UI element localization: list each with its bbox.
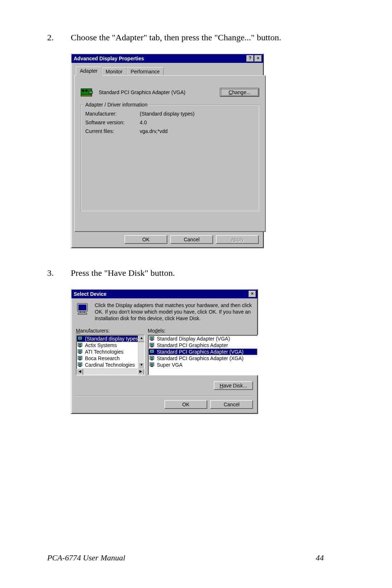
page-number: 44	[316, 553, 345, 563]
svg-rect-6	[78, 305, 86, 310]
change-button[interactable]: Change...	[220, 88, 259, 97]
software-version-value: 4.0	[140, 120, 147, 125]
svg-rect-3	[81, 95, 92, 96]
svg-rect-25	[151, 337, 153, 339]
manufacturers-label: Manufacturers:	[76, 328, 145, 334]
svg-rect-32	[151, 353, 153, 354]
manual-name: PCA-6774 User Manual	[47, 553, 316, 563]
dialog1-title: Advanced Display Properties	[74, 56, 246, 61]
display-adapter-icon	[76, 302, 90, 317]
scroll-down-button[interactable]: ▼	[138, 362, 145, 369]
groupbox-title: Adapter / Driver information	[84, 102, 149, 108]
adapter-name-text: Standard PCI Graphics Adapter (VGA)	[99, 89, 220, 95]
step-3: 3. Press the "Have Disk" button.	[47, 268, 345, 278]
cancel-button[interactable]: Cancel	[170, 235, 213, 244]
apply-button: Apply	[216, 235, 259, 244]
svg-rect-31	[151, 350, 153, 352]
device-icon	[78, 336, 83, 341]
svg-rect-11	[79, 340, 81, 341]
dialog2-title: Select Device	[74, 291, 248, 297]
model-item[interactable]: Standard PCI Graphics Adapter	[148, 342, 257, 349]
models-listbox[interactable]: Standard Display Adapter (VGA)Standard P…	[148, 335, 258, 375]
close-button[interactable]: ×	[254, 55, 262, 62]
svg-rect-2	[85, 90, 87, 92]
ok-button[interactable]: OK	[164, 400, 207, 409]
svg-rect-38	[151, 366, 153, 367]
page-footer: PCA-6774 User Manual 44	[47, 553, 345, 563]
manufacturers-listbox[interactable]: (Standard display types)Actix SystemsATI…	[76, 335, 145, 375]
svg-rect-7	[80, 311, 85, 313]
scrollbar-vertical[interactable]: ▲ ▼	[138, 335, 144, 369]
step-3-text: Press the "Have Disk" button.	[71, 268, 345, 278]
svg-rect-19	[79, 357, 81, 359]
scrollbar-horizontal[interactable]: ◀ ▶	[77, 368, 144, 375]
svg-rect-10	[79, 337, 81, 339]
manufacturer-item[interactable]: Boca Research	[77, 355, 144, 362]
svg-rect-14	[79, 346, 81, 347]
svg-rect-13	[79, 344, 81, 346]
software-version-label: Software version:	[85, 120, 140, 125]
model-item[interactable]: Standard Display Adapter (VGA)	[148, 335, 257, 342]
current-files-label: Current files:	[85, 128, 140, 134]
svg-rect-22	[79, 363, 81, 365]
scroll-right-button[interactable]: ▶	[138, 369, 144, 375]
current-files-value: vga.drv,*vdd	[140, 128, 168, 134]
separator	[76, 396, 253, 396]
manufacturer-label: Manufacturer:	[85, 111, 140, 117]
manufacturer-item[interactable]: Cardinal Technologies	[77, 362, 144, 368]
device-icon	[78, 349, 83, 354]
device-icon	[150, 362, 155, 367]
dialog2-titlebar[interactable]: Select Device ×	[72, 290, 257, 298]
manufacturer-item[interactable]: ATI Technologies	[77, 349, 144, 355]
svg-rect-37	[151, 363, 153, 365]
svg-rect-34	[151, 357, 153, 359]
step-2-number: 2.	[47, 33, 71, 43]
advanced-display-properties-dialog: Advanced Display Properties ? × Adapter …	[71, 53, 264, 248]
svg-rect-1	[82, 90, 84, 92]
svg-rect-29	[151, 346, 153, 347]
models-label: Models:	[148, 328, 258, 334]
close-button[interactable]: ×	[249, 291, 256, 297]
adapter-tabpanel: Standard PCI Graphics Adapter (VGA) Chan…	[74, 75, 265, 231]
select-device-dialog: Select Device × Click the Display adapte…	[71, 289, 258, 414]
svg-rect-16	[79, 350, 81, 352]
svg-rect-20	[79, 359, 81, 360]
scroll-up-button[interactable]: ▲	[138, 335, 145, 342]
device-icon	[150, 356, 155, 361]
dialog1-titlebar[interactable]: Advanced Display Properties ? ×	[72, 54, 263, 63]
device-icon	[150, 349, 155, 354]
cancel-button[interactable]: Cancel	[210, 400, 253, 409]
svg-rect-4	[89, 91, 93, 93]
manufacturer-value: (Standard display types)	[140, 111, 195, 117]
device-icon	[78, 356, 83, 361]
driver-info-groupbox: Adapter / Driver information Manufacture…	[81, 105, 259, 211]
model-item[interactable]: Standard PCI Graphics Adapter (VGA)	[148, 349, 257, 355]
model-item[interactable]: Standard PCI Graphics Adapter (XGA)	[148, 355, 257, 362]
svg-rect-17	[79, 353, 81, 354]
tab-adapter[interactable]: Adapter	[76, 67, 102, 76]
manufacturer-item[interactable]: Actix Systems	[77, 342, 144, 349]
svg-rect-8	[78, 313, 87, 314]
step-2: 2. Choose the "Adapter" tab, then press …	[47, 33, 345, 43]
tab-strip: Adapter Monitor Performance	[76, 67, 260, 76]
svg-rect-35	[151, 359, 153, 360]
ok-button[interactable]: OK	[124, 235, 167, 244]
help-button[interactable]: ?	[246, 55, 254, 62]
device-icon	[150, 343, 155, 348]
device-icon	[78, 343, 83, 348]
select-device-instructions: Click the Display adapters that matches …	[95, 302, 253, 322]
have-disk-button[interactable]: Have Disk...	[214, 381, 253, 390]
svg-rect-28	[151, 344, 153, 346]
step-2-text: Choose the "Adapter" tab, then press the…	[71, 33, 345, 43]
adapter-card-icon	[81, 86, 94, 98]
step-3-number: 3.	[47, 268, 71, 278]
device-icon	[150, 336, 155, 341]
manufacturer-item[interactable]: (Standard display types)	[77, 335, 144, 342]
svg-rect-23	[79, 366, 81, 367]
scroll-left-button[interactable]: ◀	[77, 369, 83, 375]
model-item[interactable]: Super VGA	[148, 362, 257, 368]
svg-rect-26	[151, 340, 153, 341]
device-icon	[78, 362, 83, 367]
